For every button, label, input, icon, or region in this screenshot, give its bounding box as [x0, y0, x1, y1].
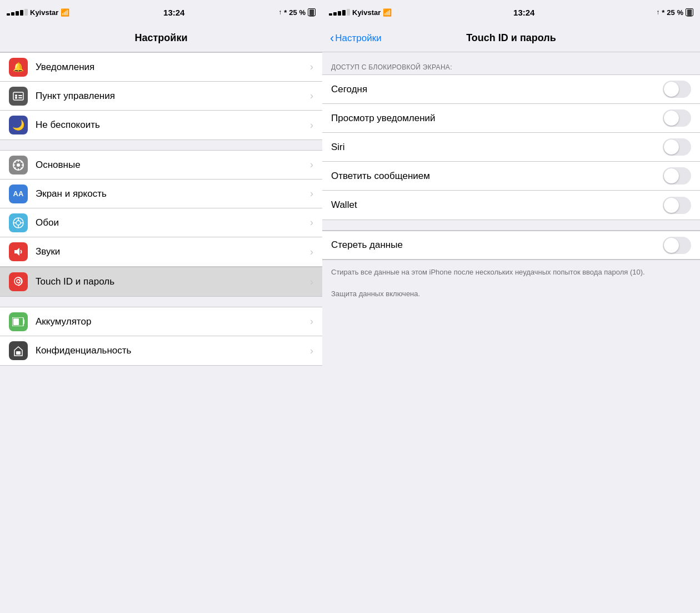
privacy-label: Конфиденциальность — [36, 345, 310, 356]
carrier-name: Kyivstar — [30, 8, 58, 17]
toggle-thumb — [664, 198, 679, 213]
left-status-time: 13:24 — [163, 8, 184, 17]
lock-item-today[interactable]: Сегодня — [322, 75, 700, 104]
wifi-icon: 📶 — [61, 8, 69, 17]
right-title: Touch ID и пароль — [466, 32, 556, 44]
toggle-thumb — [664, 82, 679, 97]
privacy-icon — [9, 341, 28, 360]
settings-item-display[interactable]: AA Экран и яркость › — [0, 180, 322, 208]
right-status-time: 13:24 — [513, 8, 534, 17]
settings-group-3: Touch ID и пароль › — [0, 267, 322, 297]
touchid-icon — [9, 272, 28, 291]
svg-rect-25 — [23, 320, 24, 324]
back-chevron-icon: ‹ — [330, 31, 334, 46]
display-icon: AA — [9, 185, 28, 203]
wallpaper-icon — [9, 213, 28, 232]
today-label: Сегодня — [331, 84, 663, 95]
wallpaper-label: Обои — [36, 217, 310, 228]
chevron-icon: › — [310, 61, 313, 73]
bluetooth-icon: * — [662, 8, 664, 17]
toggle-thumb — [664, 168, 679, 183]
battery-icon: ▓ — [686, 8, 693, 16]
battery-icon — [9, 312, 28, 331]
settings-group-2: Основные › AA Экран и яркость › — [0, 150, 322, 267]
notifications-view-toggle[interactable] — [663, 109, 691, 127]
settings-item-wallpaper[interactable]: Обои › — [0, 208, 322, 237]
lock-item-siri[interactable]: Siri — [322, 133, 700, 162]
settings-item-privacy[interactable]: Конфиденциальность › — [0, 336, 322, 365]
left-status-right: ↑ * 25 % ▓ — [278, 8, 316, 17]
settings-item-general[interactable]: Основные › — [0, 151, 322, 180]
chevron-icon: › — [310, 90, 313, 102]
wallet-label: Wallet — [331, 200, 663, 211]
lock-item-wallet[interactable]: Wallet — [322, 191, 700, 220]
lock-item-reply-message[interactable]: Ответить сообщением — [322, 162, 700, 191]
touchid-label: Touch ID и пароль — [36, 276, 310, 287]
erase-data-row[interactable]: Стереть данные — [322, 231, 700, 260]
dnd-icon: 🌙 — [9, 116, 28, 134]
control-center-icon — [9, 87, 28, 106]
chevron-icon: › — [310, 188, 313, 200]
erase-desc-text: Стирать все данные на этом iPhone после … — [331, 267, 691, 278]
settings-item-sounds[interactable]: Звуки › — [0, 237, 322, 266]
left-status-left: Kyivstar 📶 — [7, 8, 69, 17]
chevron-icon: › — [310, 345, 313, 357]
svg-point-1 — [15, 94, 17, 97]
settings-item-touchid[interactable]: Touch ID и пароль › — [0, 267, 322, 296]
settings-group-1: 🔔 Уведомления › Пункт управления — [0, 52, 322, 140]
left-nav-bar: Настройки — [0, 24, 322, 52]
sounds-label: Звуки — [36, 246, 310, 257]
reply-message-label: Ответить сообщением — [331, 171, 663, 182]
battery-text: 25 % — [667, 8, 683, 17]
right-panel: Kyivstar 📶 13:24 ↑ * 25 % ▓ ‹ Настройки … — [322, 0, 700, 613]
settings-item-battery[interactable]: Аккумулятор › — [0, 307, 322, 336]
chevron-icon: › — [310, 119, 313, 131]
data-protection-text: Защита данных включена. — [331, 288, 691, 300]
svg-rect-26 — [13, 318, 19, 325]
wallet-toggle[interactable] — [663, 197, 691, 214]
today-toggle[interactable] — [663, 81, 691, 98]
right-nav-bar: ‹ Настройки Touch ID и пароль — [322, 24, 700, 52]
chevron-icon: › — [310, 217, 313, 228]
svg-rect-4 — [18, 97, 22, 98]
notifications-view-label: Просмотр уведомлений — [331, 113, 663, 124]
svg-point-16 — [16, 221, 21, 225]
carrier-name: Kyivstar — [352, 8, 381, 17]
location-icon: ↑ — [656, 8, 659, 16]
lock-item-notifications-view[interactable]: Просмотр уведомлений — [322, 104, 700, 133]
general-icon — [9, 156, 28, 175]
signal-icon — [329, 9, 350, 16]
back-button[interactable]: ‹ Настройки — [330, 31, 382, 46]
svg-marker-21 — [14, 248, 19, 256]
back-label: Настройки — [335, 33, 381, 44]
wifi-icon: 📶 — [383, 8, 392, 17]
location-icon: ↑ — [278, 8, 282, 16]
left-title: Настройки — [135, 32, 188, 44]
svg-point-6 — [17, 163, 20, 167]
settings-group-4: Аккумулятор › Конфиденциальность › — [0, 307, 322, 366]
right-status-left: Kyivstar 📶 — [329, 8, 392, 17]
erase-toggle[interactable] — [663, 237, 691, 254]
battery-text: 25 % — [289, 8, 306, 17]
toggle-thumb — [664, 111, 679, 126]
siri-toggle[interactable] — [663, 138, 691, 156]
toggle-thumb — [664, 139, 679, 155]
signal-icon — [7, 9, 28, 16]
right-status-right: ↑ * 25 % ▓ — [656, 8, 693, 17]
display-label: Экран и яркость — [36, 188, 310, 200]
settings-item-dnd[interactable]: 🌙 Не беспокоить › — [0, 111, 322, 139]
svg-rect-27 — [16, 351, 21, 355]
svg-rect-0 — [13, 92, 23, 100]
settings-item-control-center[interactable]: Пункт управления › — [0, 82, 322, 111]
sounds-icon — [9, 242, 28, 261]
reply-message-toggle[interactable] — [663, 167, 691, 185]
chevron-icon: › — [310, 276, 313, 288]
general-label: Основные — [36, 160, 310, 171]
settings-item-notifications[interactable]: 🔔 Уведомления › — [0, 53, 322, 82]
dnd-label: Не беспокоить — [36, 119, 310, 131]
chevron-icon: › — [310, 246, 313, 258]
notifications-icon: 🔔 — [9, 58, 28, 77]
svg-point-3 — [15, 97, 17, 99]
toggle-thumb — [664, 238, 679, 253]
notifications-label: Уведомления — [36, 62, 310, 73]
